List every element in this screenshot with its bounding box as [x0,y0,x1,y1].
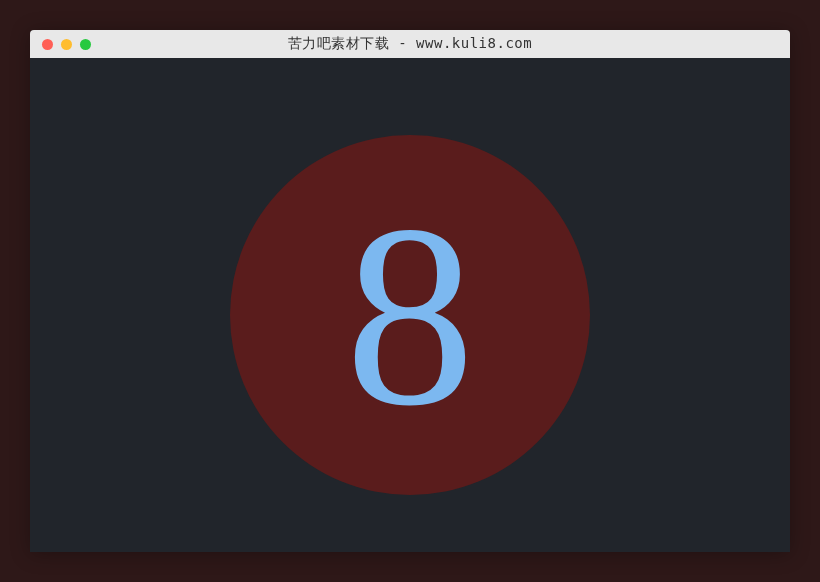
countdown-number: 8 [345,185,475,445]
content-area: 8 [30,58,790,552]
window-titlebar: 苦力吧素材下载 - www.kuli8.com [30,30,790,58]
countdown-circle: 8 [230,135,590,495]
maximize-icon[interactable] [80,39,91,50]
app-window: 苦力吧素材下载 - www.kuli8.com 8 [30,30,790,552]
window-controls [42,39,91,50]
close-icon[interactable] [42,39,53,50]
minimize-icon[interactable] [61,39,72,50]
window-title: 苦力吧素材下载 - www.kuli8.com [30,35,790,53]
